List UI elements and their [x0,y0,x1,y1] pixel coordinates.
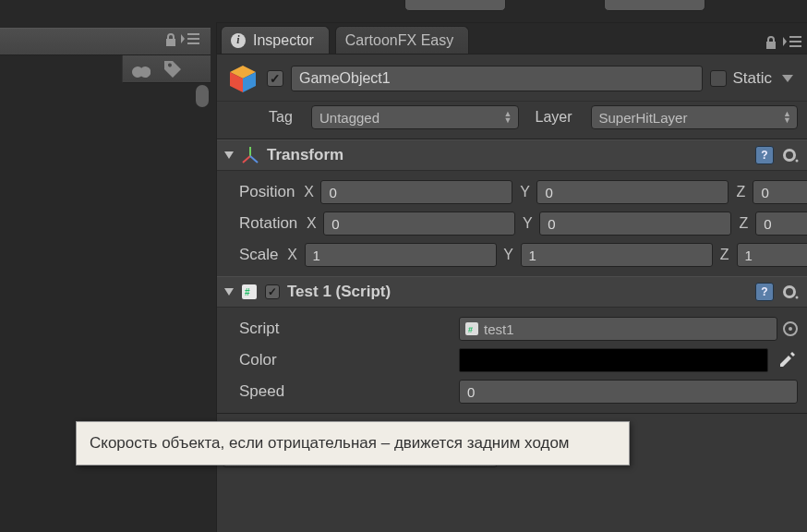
script-ref-row: Script # test1 [217,313,807,345]
layer-value: SuperHitLayer [599,110,688,126]
position-row: Position X Y Z [217,176,807,208]
panel-menu-icon[interactable] [181,33,199,46]
rotation-z-input[interactable] [755,212,807,236]
color-field[interactable] [459,348,768,372]
help-icon[interactable]: ? [755,283,774,301]
position-label: Position [239,183,295,201]
csharp-script-icon: # [241,284,258,300]
tag-dropdown[interactable]: Untagged ▲▼ [311,105,519,129]
tag-label: Tag [269,109,304,126]
tab-label: Inspector [253,32,314,49]
rotation-label: Rotation [239,214,297,233]
svg-line-5 [250,156,258,163]
gameobject-icon [226,62,259,95]
position-y-input[interactable] [536,180,729,204]
speed-label: Speed [239,382,453,401]
svg-line-4 [243,156,250,163]
position-x-input[interactable] [320,180,512,204]
scale-x-input[interactable] [305,243,497,267]
rotation-row: Rotation X Y Z [217,208,807,239]
rotation-x-input[interactable] [323,212,515,236]
position-z-input[interactable] [753,180,807,204]
scale-row: Scale X Y Z [217,239,807,271]
speed-input[interactable] [459,380,798,404]
script-reference-field[interactable]: # test1 [459,317,777,341]
svg-point-13 [796,296,799,299]
axis-y-label: Y [516,184,533,200]
script-label: Script [239,320,453,338]
layer-dropdown[interactable]: SuperHitLayer ▲▼ [591,105,799,129]
tab-cartoonfx[interactable]: CartoonFX Easy [335,26,469,54]
component-title: Test 1 (Script) [287,283,391,301]
static-label: Static [732,69,772,88]
svg-point-7 [788,153,791,157]
axis-z-label: Z [732,184,749,200]
csharp-mini-icon: # [465,322,478,335]
updown-icon: ▲▼ [783,111,789,124]
tooltip: Скорость объекта, если отрицательная – д… [76,421,630,466]
tab-inspector[interactable]: i Inspector [221,26,330,54]
active-checkbox[interactable]: ✓ [267,70,283,87]
script-reference-value: test1 [484,321,514,337]
script-header[interactable]: # ✓ Test 1 (Script) ? [217,276,807,308]
help-icon[interactable]: ? [755,146,774,164]
color-label: Color [239,351,453,369]
panel-menu-icon[interactable] [783,36,801,49]
gameobject-name-input[interactable] [291,66,703,91]
label-filter-icon[interactable] [163,60,182,79]
scale-z-input[interactable] [737,243,807,267]
tag-layer-row: Tag Untagged ▲▼ Layer SuperHitLayer ▲▼ [217,102,807,139]
scale-label: Scale [239,246,279,264]
script-enabled-checkbox[interactable]: ✓ [265,284,280,299]
type-filter-icon[interactable] [132,61,151,78]
tab-strip: i Inspector CartoonFX Easy [217,23,807,54]
svg-text:#: # [468,325,473,334]
transform-header[interactable]: Transform ? [217,139,807,171]
color-row: Color [217,345,807,376]
rotation-y-input[interactable] [539,212,731,236]
component-title: Transform [267,146,343,164]
speed-row: Speed [217,376,807,407]
foldout-icon[interactable] [224,288,234,296]
gear-icon[interactable] [781,146,800,164]
svg-text:#: # [245,287,250,297]
scale-y-input[interactable] [521,243,713,267]
lock-icon[interactable] [765,35,777,50]
static-checkbox[interactable] [710,70,727,87]
static-dropdown-icon[interactable] [777,68,798,89]
updown-icon: ▲▼ [504,111,511,124]
layer-label: Layer [536,109,584,126]
gameobject-header: ✓ Static [217,54,807,102]
info-icon: i [231,33,246,48]
scrollbar-thumb[interactable] [196,85,209,107]
axis-x-label: X [300,184,317,200]
eyedropper-icon[interactable] [779,351,798,369]
gear-icon[interactable] [781,283,800,301]
object-picker-icon[interactable] [783,321,798,336]
svg-point-12 [788,290,791,294]
tab-label: CartoonFX Easy [345,32,453,49]
transform-icon [241,146,259,164]
lock-icon[interactable] [164,32,177,47]
foldout-icon[interactable] [224,151,234,159]
tag-value: Untagged [319,110,379,126]
tooltip-text: Скорость объекта, если отрицательная – д… [90,434,570,452]
svg-point-8 [796,160,799,163]
